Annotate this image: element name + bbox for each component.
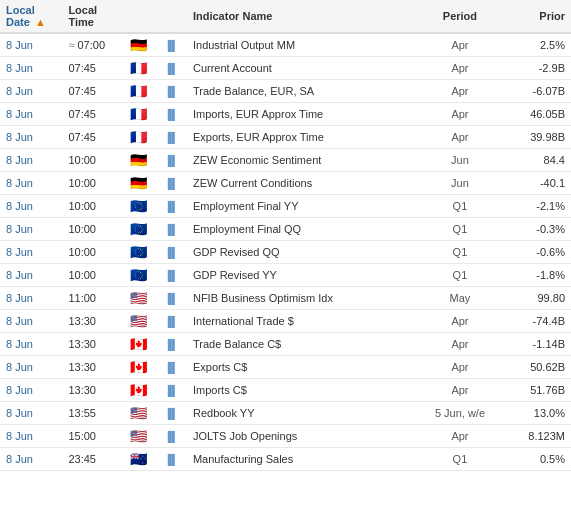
- cell-period: Apr: [421, 103, 499, 126]
- cell-flag: 🇺🇸: [121, 310, 156, 333]
- cell-flag: 🇨🇦: [121, 379, 156, 402]
- table-row[interactable]: 8 Jun 11:00 🇺🇸 ▐▌ NFIB Business Optimism…: [0, 287, 571, 310]
- cell-chart[interactable]: ▐▌: [156, 195, 187, 218]
- cell-flag: 🇳🇿: [121, 448, 156, 471]
- cell-chart[interactable]: ▐▌: [156, 57, 187, 80]
- table-row[interactable]: 8 Jun 13:30 🇨🇦 ▐▌ Imports C$ Apr 51.76B: [0, 379, 571, 402]
- chart-icon[interactable]: ▐▌: [164, 40, 178, 51]
- cell-chart[interactable]: ▐▌: [156, 310, 187, 333]
- table-row[interactable]: 8 Jun 10:00 🇪🇺 ▐▌ GDP Revised YY Q1 -1.8…: [0, 264, 571, 287]
- cell-indicator-name: Manufacturing Sales: [187, 448, 421, 471]
- cell-chart[interactable]: ▐▌: [156, 264, 187, 287]
- cell-prior: 8.123M: [499, 425, 571, 448]
- cell-period: Apr: [421, 57, 499, 80]
- country-flag: 🇪🇺: [130, 244, 147, 260]
- cell-date: 8 Jun: [0, 287, 62, 310]
- cell-date: 8 Jun: [0, 310, 62, 333]
- header-local-date[interactable]: LocalDate ▲: [0, 0, 62, 33]
- chart-icon[interactable]: ▐▌: [164, 362, 178, 373]
- cell-chart[interactable]: ▐▌: [156, 218, 187, 241]
- cell-prior: -0.3%: [499, 218, 571, 241]
- chart-icon[interactable]: ▐▌: [164, 63, 178, 74]
- table-row[interactable]: 8 Jun ≈ 07:00 🇩🇪 ▐▌ Industrial Output MM…: [0, 33, 571, 57]
- table-row[interactable]: 8 Jun 13:30 🇺🇸 ▐▌ International Trade $ …: [0, 310, 571, 333]
- cell-time: 11:00: [62, 287, 120, 310]
- chart-icon[interactable]: ▐▌: [164, 155, 178, 166]
- chart-icon[interactable]: ▐▌: [164, 109, 178, 120]
- table-row[interactable]: 8 Jun 23:45 🇳🇿 ▐▌ Manufacturing Sales Q1…: [0, 448, 571, 471]
- cell-chart[interactable]: ▐▌: [156, 333, 187, 356]
- cell-chart[interactable]: ▐▌: [156, 172, 187, 195]
- chart-icon[interactable]: ▐▌: [164, 454, 178, 465]
- country-flag: 🇪🇺: [130, 198, 147, 214]
- header-prior: Prior: [499, 0, 571, 33]
- chart-icon[interactable]: ▐▌: [164, 431, 178, 442]
- cell-flag: 🇺🇸: [121, 287, 156, 310]
- table-row[interactable]: 8 Jun 10:00 🇩🇪 ▐▌ ZEW Economic Sentiment…: [0, 149, 571, 172]
- cell-time: 10:00: [62, 241, 120, 264]
- table-row[interactable]: 8 Jun 07:45 🇫🇷 ▐▌ Exports, EUR Approx Ti…: [0, 126, 571, 149]
- chart-icon[interactable]: ▐▌: [164, 132, 178, 143]
- cell-date: 8 Jun: [0, 57, 62, 80]
- table-row[interactable]: 8 Jun 07:45 🇫🇷 ▐▌ Current Account Apr -2…: [0, 57, 571, 80]
- table-row[interactable]: 8 Jun 10:00 🇪🇺 ▐▌ GDP Revised QQ Q1 -0.6…: [0, 241, 571, 264]
- cell-chart[interactable]: ▐▌: [156, 379, 187, 402]
- cell-chart[interactable]: ▐▌: [156, 448, 187, 471]
- cell-date: 8 Jun: [0, 172, 62, 195]
- country-flag: 🇳🇿: [130, 451, 147, 467]
- cell-prior: 2.5%: [499, 33, 571, 57]
- chart-icon[interactable]: ▐▌: [164, 201, 178, 212]
- cell-time: 10:00: [62, 218, 120, 241]
- table-row[interactable]: 8 Jun 10:00 🇩🇪 ▐▌ ZEW Current Conditions…: [0, 172, 571, 195]
- cell-date: 8 Jun: [0, 402, 62, 425]
- cell-time: 10:00: [62, 264, 120, 287]
- cell-prior: -74.4B: [499, 310, 571, 333]
- chart-icon[interactable]: ▐▌: [164, 178, 178, 189]
- cell-period: Jun: [421, 149, 499, 172]
- cell-chart[interactable]: ▐▌: [156, 80, 187, 103]
- chart-icon[interactable]: ▐▌: [164, 270, 178, 281]
- table-row[interactable]: 8 Jun 15:00 🇺🇸 ▐▌ JOLTS Job Openings Apr…: [0, 425, 571, 448]
- cell-time: 10:00: [62, 172, 120, 195]
- table-row[interactable]: 8 Jun 07:45 🇫🇷 ▐▌ Trade Balance, EUR, SA…: [0, 80, 571, 103]
- cell-date: 8 Jun: [0, 448, 62, 471]
- cell-chart[interactable]: ▐▌: [156, 241, 187, 264]
- cell-period: Apr: [421, 80, 499, 103]
- table-row[interactable]: 8 Jun 10:00 🇪🇺 ▐▌ Employment Final QQ Q1…: [0, 218, 571, 241]
- cell-prior: -40.1: [499, 172, 571, 195]
- table-row[interactable]: 8 Jun 13:30 🇨🇦 ▐▌ Trade Balance C$ Apr -…: [0, 333, 571, 356]
- cell-chart[interactable]: ▐▌: [156, 126, 187, 149]
- chart-icon[interactable]: ▐▌: [164, 247, 178, 258]
- cell-chart[interactable]: ▐▌: [156, 103, 187, 126]
- table-row[interactable]: 8 Jun 07:45 🇫🇷 ▐▌ Imports, EUR Approx Ti…: [0, 103, 571, 126]
- table-row[interactable]: 8 Jun 13:55 🇺🇸 ▐▌ Redbook YY 5 Jun, w/e …: [0, 402, 571, 425]
- chart-icon[interactable]: ▐▌: [164, 408, 178, 419]
- cell-period: Apr: [421, 356, 499, 379]
- table-row[interactable]: 8 Jun 13:30 🇨🇦 ▐▌ Exports C$ Apr 50.62B: [0, 356, 571, 379]
- header-period: Period: [421, 0, 499, 33]
- cell-chart[interactable]: ▐▌: [156, 287, 187, 310]
- country-flag: 🇩🇪: [130, 175, 147, 191]
- cell-prior: 46.05B: [499, 103, 571, 126]
- cell-flag: 🇫🇷: [121, 57, 156, 80]
- chart-icon[interactable]: ▐▌: [164, 293, 178, 304]
- table-row[interactable]: 8 Jun 10:00 🇪🇺 ▐▌ Employment Final YY Q1…: [0, 195, 571, 218]
- cell-date: 8 Jun: [0, 33, 62, 57]
- country-flag: 🇺🇸: [130, 428, 147, 444]
- cell-indicator-name: Employment Final YY: [187, 195, 421, 218]
- chart-icon[interactable]: ▐▌: [164, 385, 178, 396]
- cell-chart[interactable]: ▐▌: [156, 33, 187, 57]
- cell-indicator-name: Exports C$: [187, 356, 421, 379]
- cell-prior: 50.62B: [499, 356, 571, 379]
- cell-chart[interactable]: ▐▌: [156, 149, 187, 172]
- cell-chart[interactable]: ▐▌: [156, 356, 187, 379]
- chart-icon[interactable]: ▐▌: [164, 86, 178, 97]
- cell-period: Jun: [421, 172, 499, 195]
- chart-icon[interactable]: ▐▌: [164, 224, 178, 235]
- chart-icon[interactable]: ▐▌: [164, 339, 178, 350]
- cell-indicator-name: JOLTS Job Openings: [187, 425, 421, 448]
- chart-icon[interactable]: ▐▌: [164, 316, 178, 327]
- cell-chart[interactable]: ▐▌: [156, 402, 187, 425]
- cell-chart[interactable]: ▐▌: [156, 425, 187, 448]
- cell-indicator-name: Current Account: [187, 57, 421, 80]
